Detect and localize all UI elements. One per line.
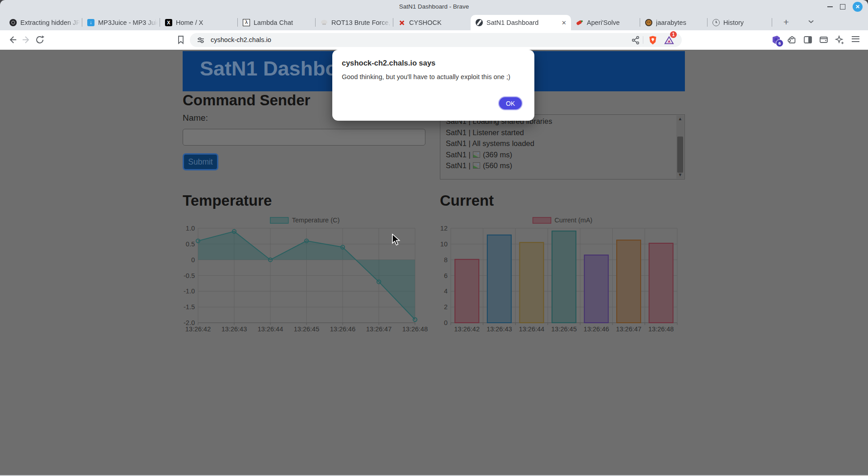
minimize-icon[interactable] [827, 6, 833, 7]
legend-swatch [270, 217, 288, 223]
svg-text:8: 8 [444, 256, 448, 264]
brave-shield-icon[interactable] [647, 35, 658, 46]
new-tab-button[interactable]: + [780, 16, 792, 28]
mouse-cursor [392, 234, 401, 248]
bar-13:26:46 [585, 255, 609, 323]
svg-text:13:26:47: 13:26:47 [366, 325, 392, 333]
current-heading: Current [440, 192, 494, 209]
bar-13:26:45 [552, 231, 576, 323]
tab-extracting-hidden-jpeg[interactable]: Extracting hidden JPEG [5, 15, 82, 30]
tab-aperi-solve[interactable]: Aperi'Solve [571, 15, 640, 30]
leo-sparkle-icon[interactable] [834, 34, 845, 45]
log-scrollbar[interactable]: ▲ ▼ [676, 115, 684, 179]
tab-label: CYSHOCK [409, 19, 471, 26]
spiral-disc-icon [9, 19, 17, 26]
legend-label: Current (mA) [555, 217, 593, 224]
close-window-icon[interactable]: ✕ [853, 2, 863, 12]
legend-swatch [533, 217, 551, 223]
tabs: Extracting hidden JPEG↓MP3Juice - MP3 Ju… [5, 14, 772, 30]
bookmark-icon[interactable] [175, 34, 186, 45]
alert-dialog: cyshock-ch2.chals.io says Good thinking,… [332, 50, 534, 121]
toolbar-right-icons: 6 [771, 34, 861, 45]
sidebar-toggle-icon[interactable] [802, 34, 813, 45]
extensions-puzzle-icon[interactable] [787, 34, 797, 45]
maximize-icon[interactable] [840, 4, 845, 9]
url-text[interactable]: cyshock-ch2.chals.io [211, 36, 271, 43]
ok-button[interactable]: OK [498, 96, 523, 110]
bar-13:26:44 [519, 242, 543, 323]
name-label: Name: [183, 113, 208, 123]
tab-label: Home / X [176, 19, 237, 26]
svg-text:13:26:48: 13:26:48 [402, 325, 428, 333]
extension-shield-icon[interactable]: 6 [771, 34, 782, 45]
tools-red-icon [398, 19, 406, 26]
svg-text:-1.5: -1.5 [184, 303, 195, 311]
tab-satn1-dashboard[interactable]: SatN1 Dashboard✕ [471, 15, 571, 30]
svg-text:6: 6 [444, 272, 448, 279]
tab-home-x[interactable]: XHome / X [160, 15, 237, 30]
svg-text:10: 10 [440, 240, 448, 248]
svg-text:2: 2 [444, 303, 448, 311]
bar-13:26:42 [455, 259, 479, 323]
name-input[interactable] [183, 129, 425, 146]
legend-label: Temperature (C) [292, 217, 340, 224]
lambda-icon: λ [243, 19, 250, 26]
alert-title: cyshock-ch2.chals.io says [342, 59, 435, 67]
scroll-down-icon[interactable]: ▼ [676, 171, 684, 179]
svg-text:13:26:43: 13:26:43 [222, 325, 247, 333]
temperature-chart: 1.00.50-0.5-1.0-1.5-2.013:26:4213:26:431… [183, 215, 426, 337]
divider [643, 36, 643, 44]
window-title: SatN1 Dashboard - Brave [0, 0, 868, 14]
bar-13:26:48 [649, 243, 673, 323]
page-viewport: SatN1 Dashboard Command Sender Name: Sub… [0, 50, 868, 476]
download-icon: ↓ [87, 19, 94, 26]
browser-window: SatN1 Dashboard - Brave ✕ Extracting hid… [0, 0, 868, 476]
svg-text:13:26:42: 13:26:42 [185, 325, 211, 333]
svg-text:0.5: 0.5 [186, 240, 195, 248]
tab-label: Aperi'Solve [587, 19, 640, 26]
tab-mp3juice-mp3-juice-f[interactable]: ↓MP3Juice - MP3 Juice F [82, 15, 160, 30]
title-bar: SatN1 Dashboard - Brave ✕ [0, 0, 868, 14]
clock-icon [712, 19, 720, 26]
svg-text:13:26:42: 13:26:42 [454, 325, 480, 333]
scroll-up-icon[interactable]: ▲ [676, 115, 684, 123]
chili-icon [576, 19, 583, 26]
current-chart: 12108642013:26:4213:26:4313:26:4413:26:4… [440, 215, 685, 337]
tab-label: ROT13 Brute Force, 3 r [331, 19, 393, 26]
log-line: SatN1 | (369 ms) [446, 149, 673, 160]
menu-hamburger-icon[interactable] [850, 34, 861, 45]
svg-text:-0.5: -0.5 [184, 272, 195, 279]
wallet-icon[interactable] [818, 34, 829, 45]
tab-jaarabytes[interactable]: jaarabytes [640, 15, 707, 30]
tab-history[interactable]: History [708, 15, 772, 30]
svg-text:13:26:45: 13:26:45 [294, 325, 319, 333]
alert-message: Good thinking, but you'll have to actual… [342, 73, 510, 80]
chef-hat-icon [321, 19, 328, 26]
temperature-heading: Temperature [183, 192, 272, 209]
svg-text:13:26:45: 13:26:45 [551, 325, 576, 333]
share-icon[interactable] [630, 35, 641, 46]
svg-text:12: 12 [440, 225, 448, 232]
log-panel[interactable]: SatN1 | Loading shared librariesSatN1 | … [440, 114, 685, 179]
svg-text:1.0: 1.0 [186, 225, 195, 232]
scrollbar-thumb[interactable] [677, 137, 683, 173]
toolbar: cyshock-ch2.chals.io 1 6 [0, 30, 868, 50]
submit-button[interactable]: Submit [183, 153, 218, 170]
log-line: SatN1 | Listener started [446, 127, 673, 138]
tab-lambda-chat[interactable]: λLambda Chat [238, 15, 315, 30]
tab-close-icon[interactable]: ✕ [561, 19, 566, 26]
tab-rot13-brute-force-3-r[interactable]: ROT13 Brute Force, 3 r [316, 15, 393, 30]
bar-13:26:47 [617, 240, 641, 323]
reload-icon[interactable] [34, 34, 45, 45]
svg-text:13:26:46: 13:26:46 [330, 325, 355, 333]
log-lines: SatN1 | Loading shared librariesSatN1 | … [446, 116, 673, 171]
window-controls: ✕ [827, 2, 863, 12]
back-icon[interactable] [7, 34, 18, 45]
tab-cyshock[interactable]: CYSHOCK [393, 15, 471, 30]
svg-text:13:26:43: 13:26:43 [486, 325, 512, 333]
command-sender-heading: Command Sender [183, 92, 310, 109]
address-bar[interactable]: cyshock-ch2.chals.io 1 [190, 33, 682, 47]
site-settings-tune-icon[interactable] [195, 35, 206, 46]
tab-search-chevron-icon[interactable] [808, 17, 814, 25]
svg-text:-1.0: -1.0 [184, 287, 195, 295]
